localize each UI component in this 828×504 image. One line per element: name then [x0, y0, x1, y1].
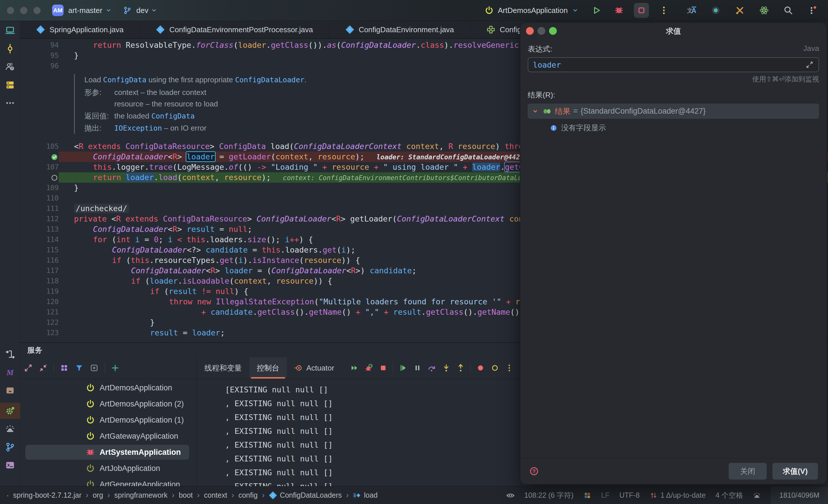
sidebar-item-build[interactable] — [0, 384, 20, 396]
sidebar-item-editor[interactable] — [0, 25, 20, 36]
translate-button[interactable]: 文A — [684, 3, 699, 18]
debugger-tab[interactable]: 线程和变量 — [197, 357, 249, 378]
branch-chevron-down-icon[interactable] — [151, 7, 158, 14]
editor-tab[interactable]: SpringApplication.java — [20, 21, 140, 38]
gutter-line-number[interactable]: 117 — [20, 266, 59, 276]
dialog-maximize-icon[interactable] — [549, 27, 557, 35]
gutter-line-number[interactable]: 111 — [20, 203, 59, 214]
search-everywhere-button[interactable] — [781, 3, 796, 18]
window-controls[interactable] — [7, 7, 41, 14]
sidebar-item-notifications[interactable] — [0, 423, 20, 435]
breadcrumb-item[interactable]: ConfigDataLoaders — [269, 491, 342, 499]
help-icon[interactable]: ? — [529, 466, 539, 476]
vcs-status[interactable]: 1 Δ/up-to-date — [650, 491, 706, 499]
breakpoint-icon[interactable] — [20, 151, 59, 162]
evaluate-button[interactable]: 求值(V) — [773, 463, 818, 479]
stop-button[interactable] — [634, 3, 649, 18]
sidebar-item-git[interactable] — [0, 441, 20, 453]
gutter-line-number[interactable]: 122 — [20, 317, 59, 328]
run-config-chevron-down-icon[interactable] — [572, 7, 579, 14]
sidebar-item-services[interactable] — [0, 403, 20, 419]
close-window-icon[interactable] — [7, 7, 14, 14]
plugins-button[interactable] — [757, 3, 772, 18]
copilot-status[interactable] — [506, 491, 514, 499]
breadcrumb-item[interactable]: spring-boot-2.7.12.jar — [13, 491, 81, 499]
filter-button[interactable] — [73, 362, 85, 374]
sidebar-item-commit[interactable] — [0, 43, 20, 54]
console-output[interactable]: [EXISTING null null [], EXISTING null nu… — [197, 378, 520, 486]
plugin-squares[interactable] — [583, 491, 591, 499]
service-item[interactable]: ArtDemosApplication — [20, 380, 197, 396]
breadcrumb-item[interactable]: context — [204, 491, 227, 499]
service-item[interactable]: ArtGenerateApplication — [20, 476, 197, 486]
run-button[interactable] — [589, 3, 604, 18]
gutter-line-number[interactable]: 105 — [20, 141, 59, 151]
line-separator[interactable]: LF — [601, 491, 610, 499]
close-button[interactable]: 关闭 — [729, 463, 767, 479]
gutter-line-number[interactable]: 112 — [20, 214, 59, 224]
dialog-close-icon[interactable] — [526, 27, 534, 35]
editor-tab[interactable]: ConfigDataEnvironmentPostProcessor.java — [140, 21, 329, 38]
step-over-button[interactable] — [426, 362, 438, 374]
project-chevron-down-icon[interactable] — [105, 7, 112, 14]
result-chevron-down-icon[interactable] — [531, 107, 539, 116]
result-tree-row[interactable]: 结果 = {StandardConfigDataLoader@4427} — [528, 103, 819, 119]
more-run-actions-button[interactable] — [656, 3, 671, 18]
resume-button[interactable] — [397, 362, 409, 374]
service-item[interactable]: ArtSystemApplication — [25, 445, 189, 460]
minimize-window-icon[interactable] — [20, 7, 27, 14]
indent[interactable]: 4 个空格 — [715, 491, 743, 500]
sidebar-item-database[interactable] — [0, 79, 20, 91]
service-item[interactable]: ArtJobApplication — [20, 460, 197, 476]
breadcrumb-item[interactable]: boot — [179, 491, 193, 499]
gutter-line-number[interactable]: 119 — [20, 286, 59, 296]
group-by-button[interactable] — [58, 362, 70, 374]
breadcrumb-item[interactable]: springframework — [114, 491, 168, 499]
service-item[interactable]: ArtGatewayApplication — [20, 428, 197, 444]
gutter-line-number[interactable]: 113 — [20, 224, 59, 234]
service-item[interactable]: ArtDemosApplication (2) — [20, 396, 197, 412]
step-out-button[interactable] — [455, 362, 466, 374]
sidebar-item-structure[interactable] — [0, 349, 20, 360]
expand-editor-icon[interactable] — [805, 60, 814, 69]
gutter-line-number[interactable]: 94 — [20, 40, 59, 50]
gutter-line-number[interactable]: 123 — [20, 328, 59, 338]
breadcrumb-item[interactable]: org — [93, 491, 103, 499]
gutter-line-number[interactable]: 95 — [20, 50, 59, 61]
branch-name[interactable]: dev — [136, 6, 148, 15]
notifications[interactable] — [753, 491, 761, 499]
debugger-tab[interactable]: 控制台 — [249, 357, 287, 378]
gutter-line-number[interactable]: 110 — [20, 193, 59, 203]
debug-button[interactable] — [612, 3, 626, 18]
memory-indicator[interactable]: 1810/4096M — [771, 487, 828, 504]
expression-value[interactable]: loader — [533, 60, 561, 69]
stop-button[interactable] — [377, 362, 389, 374]
sidebar-item-mybatis[interactable]: M — [0, 366, 20, 378]
add-service-button[interactable] — [110, 362, 121, 374]
sidebar-item-terminal[interactable] — [0, 459, 20, 471]
mute-breakpoints-button[interactable] — [475, 362, 486, 374]
pause-button[interactable] — [412, 362, 423, 374]
caret-position[interactable]: 108:22 (6 字符) — [524, 491, 574, 500]
tools-button[interactable] — [733, 3, 747, 18]
git-branch-icon[interactable] — [123, 6, 132, 15]
gutter-line-number[interactable]: 109 — [20, 183, 59, 193]
gutter-line-number[interactable]: 121 — [20, 307, 59, 317]
view-breakpoints-button[interactable] — [489, 362, 501, 374]
expand-all-button[interactable] — [23, 362, 34, 374]
breadcrumb-item[interactable]: config — [238, 491, 258, 499]
rerun-button[interactable] — [349, 362, 360, 374]
gutter-line-number[interactable]: 115 — [20, 245, 59, 255]
more-button[interactable] — [805, 3, 820, 18]
gutter-line-number[interactable]: 96 — [20, 61, 59, 71]
maximize-window-icon[interactable] — [33, 7, 41, 14]
gutter-line-number[interactable]: 116 — [20, 255, 59, 266]
expression-input[interactable]: loader — [528, 57, 819, 72]
debugger-tab[interactable]: Actuator — [287, 357, 342, 378]
add-dashboard-button[interactable] — [88, 362, 100, 374]
editor-tab[interactable]: ConfigDataEnvironment.java — [329, 21, 470, 38]
execution-point-icon[interactable] — [20, 172, 59, 183]
sidebar-item-more[interactable] — [0, 97, 20, 109]
more-button[interactable] — [503, 362, 515, 374]
service-item[interactable]: ArtDemosApplication (1) — [20, 412, 197, 428]
